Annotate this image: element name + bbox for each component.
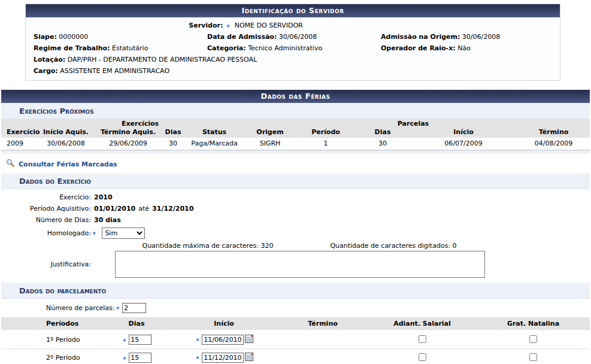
cell-dias: 30	[162, 138, 184, 150]
col-periodos: Períodos	[1, 317, 103, 331]
col-grat-natalina: Grat. Natalina	[477, 317, 590, 331]
col-dias: Dias	[162, 128, 184, 138]
required-star-icon: ✶	[226, 23, 231, 29]
col-origem: Origem	[244, 128, 296, 138]
required-star-icon: ✶	[122, 337, 127, 344]
num-parcelas-label: Número de parcelas:	[46, 304, 115, 312]
siape-value: 0000000	[59, 33, 88, 41]
cell-inicio-aquis: 30/06/2008	[37, 138, 95, 150]
raiox-label: Operador de Raio-x:	[381, 44, 456, 52]
regime-value: Estatutário	[112, 44, 148, 52]
cargo-value: ASSISTENTE EM ADMINISTRACAO	[60, 67, 169, 75]
group-header-exercicios: Exercícios	[122, 120, 159, 128]
exercicios-data-row: 2009 30/06/2008 29/06/2009 30 Paga/Marca…	[1, 138, 590, 150]
periodo-ate: até	[138, 205, 149, 213]
col-periodo: Período	[296, 128, 356, 138]
servidor-label: Servidor:	[189, 22, 223, 29]
siape-label: Siape:	[34, 33, 57, 41]
col-exercicio: Exercício	[1, 128, 37, 138]
cell-inicio-parcela: 06/07/2009	[410, 138, 517, 150]
exercicios-columns-row: Exercício Início Aquis. Término Aquis. D…	[1, 128, 590, 138]
justificativa-label: Justificativa:	[1, 260, 91, 268]
parcelamento-table: Períodos Dias Início Término Adiant. Sal…	[1, 317, 590, 364]
lotacao-value: DAP/PRH - DEPARTAMENTO DE ADMINISTRACAO …	[68, 56, 257, 63]
col-termino-aquis: Término Aquis.	[95, 128, 162, 138]
data-admissao-value: 30/06/2008	[279, 33, 317, 41]
section-exercicios-proximos: Exercícios Próximos	[1, 103, 590, 119]
cargo-label: Cargo:	[34, 67, 58, 75]
periodo-2-natalina-checkbox[interactable]	[529, 353, 537, 361]
col-termino-parcela: Término	[517, 128, 590, 138]
exercicio-label: Exercício:	[1, 193, 91, 201]
exercicios-table-header: Exercícios Parcelas Exercício Início Aqu…	[1, 119, 590, 150]
col-dias-parcela: Dias	[356, 128, 410, 138]
numero-dias-value: 30 dias	[94, 216, 121, 224]
admissao-origem-value: 30/06/2008	[462, 33, 500, 41]
periodo-fim: 31/12/2010	[152, 205, 193, 213]
servidor-value: NOME DO SERVIDOR	[235, 22, 303, 29]
identification-panel: Identificação do Servidor Servidor: ✶ NO…	[25, 4, 560, 81]
required-star-icon: ✶	[195, 336, 200, 343]
consultar-ferias-link[interactable]: Consultar Férias Marcadas	[19, 160, 117, 168]
categoria-value: Tecnico Administrativo	[248, 44, 322, 52]
calendar-icon[interactable]	[245, 335, 253, 345]
lotacao-label: Lotação:	[34, 56, 65, 63]
periodo-1-natalina-checkbox[interactable]	[529, 335, 537, 343]
max-chars-label: Quantidade máxima de caracteres: 320	[115, 242, 301, 250]
ferias-title: Dados das Férias	[1, 90, 590, 103]
col-status: Status	[184, 128, 244, 138]
col-inicio-parcela: Início	[410, 128, 517, 138]
required-star-icon: ✶	[122, 355, 127, 362]
col-adiant-salarial: Adiant. Salarial	[368, 317, 477, 331]
ident-row-1: Siape: 0000000 Data de Admissão: 30/06/2…	[26, 31, 560, 43]
required-star-icon: ✶	[92, 230, 96, 236]
cell-exercicio: 2009	[1, 138, 37, 150]
cell-origem: SIGRH	[244, 138, 296, 150]
num-parcelas-input[interactable]	[122, 303, 146, 313]
magnifier-icon[interactable]	[6, 159, 15, 169]
periodo-1-inicio-input[interactable]	[202, 335, 244, 345]
cell-termino-aquis: 29/06/2009	[95, 138, 162, 150]
periodo-1-dias-input[interactable]	[129, 335, 151, 345]
exercicio-value: 2010	[94, 193, 113, 201]
cell-periodo: 1	[296, 138, 356, 150]
typed-chars-label: Quantidade de caracteres digitados: 0	[301, 242, 486, 250]
section-dados-exercicio: Dados do Exercício	[1, 173, 590, 189]
calendar-icon[interactable]	[245, 353, 253, 363]
periodo-inicio: 01/01/2010	[94, 205, 135, 213]
parcelamento-row-2: 2º Período ✶ ✶	[1, 349, 590, 364]
periodo-aquisitivo-label: Período Aquisitivo:	[1, 205, 91, 213]
periodo-1-adiant-checkbox[interactable]	[419, 335, 426, 343]
data-admissao-label: Data de Admissão:	[207, 33, 277, 41]
group-header-parcelas: Parcelas	[398, 120, 429, 128]
required-star-icon: ✶	[116, 305, 120, 311]
section-dados-parcelamento: Dados do parcelamento	[1, 283, 590, 299]
col-inicio-aquis: Início Aquis.	[37, 128, 95, 138]
servidor-row: Servidor: ✶ NOME DO SERVIDOR	[26, 20, 560, 31]
raiox-value: Não	[457, 44, 471, 52]
categoria-label: Categoria:	[207, 44, 246, 52]
numero-dias-label: Número de Dias:	[1, 216, 91, 224]
col-parc-termino: Término	[278, 317, 368, 331]
dados-exercicio-form: Exercício: 2010 Período Aquisitivo: 01/0…	[1, 189, 590, 283]
cell-termino-parcela: 04/08/2009	[517, 138, 590, 150]
cell-dias-parcela: 30	[356, 138, 410, 150]
admissao-origem-label: Admissão na Origem:	[381, 33, 460, 41]
periodo-1-termino	[278, 331, 368, 349]
periodo-2-adiant-checkbox[interactable]	[419, 353, 426, 361]
periodo-2-inicio-input[interactable]	[202, 353, 244, 363]
homologado-select[interactable]: Sim	[102, 228, 145, 239]
periodo-1-label: 1º Período	[1, 331, 103, 349]
justificativa-textarea[interactable]	[115, 251, 485, 278]
parcelamento-header-row: Períodos Dias Início Término Adiant. Sal…	[1, 317, 590, 331]
required-star-icon: ✶	[195, 354, 200, 361]
ident-row-2: Regime de Trabalho: Estatutário Categori…	[26, 43, 560, 54]
periodo-2-termino	[278, 349, 368, 364]
periodo-2-label: 2º Período	[1, 349, 103, 364]
parcelamento-row-1: 1º Período ✶ ✶	[1, 331, 590, 349]
cell-status: Paga/Marcada	[184, 138, 244, 150]
identification-title: Identificação do Servidor	[26, 4, 560, 17]
homologado-label: Homologado:	[1, 229, 91, 237]
ferias-panel: Dados das Férias Exercícios Próximos Exe…	[1, 90, 590, 364]
periodo-2-dias-input[interactable]	[129, 353, 151, 363]
